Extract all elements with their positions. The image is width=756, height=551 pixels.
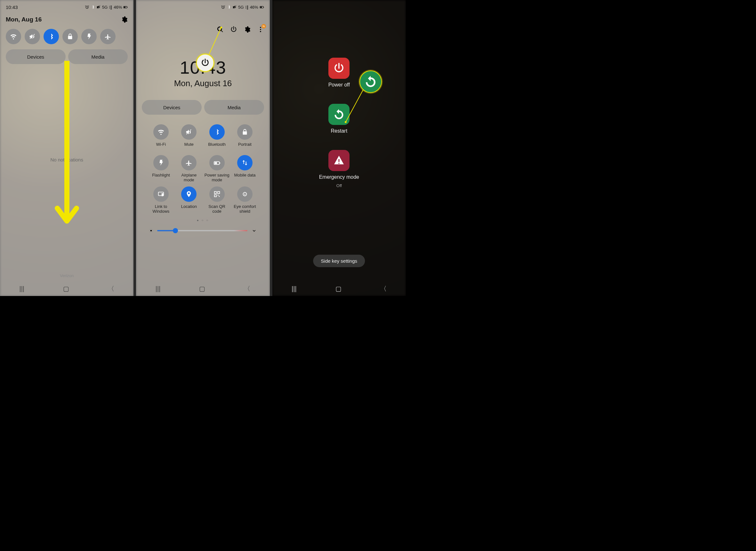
qs-tile-bluetooth[interactable]: Bluetooth (204, 124, 229, 151)
home-button[interactable]: ▢ (199, 285, 205, 293)
emergency-mode-button[interactable]: Emergency mode Off (319, 150, 359, 188)
airplane-toggle[interactable] (100, 29, 116, 44)
nav-bar: ||| ▢ 〈 (136, 281, 269, 296)
back-button[interactable]: 〈 (380, 285, 387, 293)
mute-status-icon (232, 5, 237, 9)
power-off-button[interactable]: Power off (328, 58, 350, 88)
flashlight-icon (85, 33, 92, 40)
quick-settings-grid: Wi-Fi Mute Bluetooth Portrait Flashlight… (142, 124, 264, 214)
qs-tile-qr[interactable]: Scan QR code (204, 186, 229, 214)
power-button-highlight (196, 54, 214, 72)
linkwin-icon (157, 190, 165, 198)
brightness-icon (149, 228, 153, 233)
airplane-icon (185, 159, 192, 166)
restart-icon (333, 109, 345, 120)
flashlight-icon (157, 159, 165, 166)
qr-icon (213, 190, 221, 198)
qs-tile-powersave[interactable]: Power saving mode (204, 155, 229, 182)
settings-button[interactable] (244, 26, 251, 33)
qs-tile-eyecomfort[interactable]: Eye comfort shield (232, 186, 257, 214)
bluetooth-icon (48, 33, 55, 40)
emergency-state: Off (336, 183, 342, 188)
status-bar: 5G ⁞‖ 46% (142, 0, 264, 14)
devices-button[interactable]: Devices (142, 100, 202, 115)
power-button[interactable] (230, 26, 237, 33)
qs-tile-label: Scan QR code (204, 204, 229, 214)
bluetooth-status-icon (91, 5, 95, 9)
qs-tile-label: Portrait (238, 142, 252, 151)
mute-status-icon (96, 5, 101, 9)
qs-tile-label: Power saving mode (204, 173, 229, 182)
restart-button[interactable]: Restart (328, 104, 350, 134)
signal-icon: ⁞‖ (109, 5, 112, 10)
power-icon (333, 62, 345, 74)
qs-tile-label: Flashlight (152, 173, 170, 182)
settings-gear-icon[interactable] (121, 16, 128, 23)
airplane-icon (104, 33, 111, 40)
battery-icon (123, 5, 128, 9)
brightness-row (142, 228, 264, 233)
qs-tile-flashlight[interactable]: Flashlight (148, 155, 173, 182)
bluetooth-icon (213, 128, 221, 135)
expand-brightness-icon[interactable] (251, 228, 257, 233)
powersave-icon (213, 159, 221, 166)
battery-icon (260, 5, 264, 9)
flashlight-toggle[interactable] (81, 29, 97, 44)
overflow-menu-button[interactable]: N (257, 26, 264, 33)
recents-button[interactable]: ||| (292, 285, 297, 293)
signal-icon: ⁞‖ (245, 5, 249, 10)
bluetooth-status-icon (227, 5, 231, 9)
home-button[interactable]: ▢ (335, 285, 342, 293)
alarm-icon (221, 5, 225, 9)
wifi-toggle[interactable] (6, 29, 21, 44)
qs-tile-airplane[interactable]: Airplane mode (176, 155, 202, 182)
back-button[interactable]: 〈 (108, 285, 114, 293)
clock-date: Mon, August 16 (142, 78, 264, 88)
portrait-icon (241, 128, 248, 135)
emergency-label: Emergency mode (319, 174, 359, 180)
nav-bar: ||| ▢ 〈 (272, 281, 406, 296)
media-button[interactable]: Media (204, 100, 264, 115)
mute-icon (185, 128, 192, 135)
gear-icon (244, 26, 251, 33)
restart-icon (364, 75, 377, 88)
power-off-label: Power off (328, 82, 350, 88)
qs-tile-label: Mobile data (234, 173, 255, 182)
search-button[interactable] (217, 26, 224, 33)
brightness-thumb[interactable] (173, 228, 178, 233)
panel-date: Mon, Aug 16 (6, 16, 42, 23)
mute-toggle[interactable] (25, 29, 40, 44)
quick-settings-row (6, 29, 128, 44)
recents-button[interactable]: ||| (156, 285, 161, 293)
qs-tile-mute[interactable]: Mute (176, 124, 202, 151)
qs-tile-portrait[interactable]: Portrait (232, 124, 257, 151)
rotation-lock-toggle[interactable] (62, 29, 78, 44)
bluetooth-toggle[interactable] (44, 29, 59, 44)
battery-pct: 46% (250, 5, 258, 10)
notification-badge: N (261, 24, 266, 28)
power-icon (230, 26, 237, 33)
side-key-settings-button[interactable]: Side key settings (313, 255, 365, 267)
brightness-slider[interactable] (157, 230, 247, 231)
qs-tile-location[interactable]: Location (176, 186, 202, 214)
swipe-down-arrow-annotation (52, 61, 81, 234)
status-bar: 10:43 5G ⁞‖ 46% (6, 0, 128, 14)
back-button[interactable]: 〈 (244, 285, 250, 293)
recents-button[interactable]: ||| (19, 285, 24, 293)
qs-tile-linkwin[interactable]: Link to Windows (148, 186, 173, 214)
home-button[interactable]: ▢ (63, 285, 69, 293)
wifi-icon (10, 33, 17, 40)
location-icon (185, 190, 192, 198)
power-icon (201, 58, 210, 67)
restart-label: Restart (331, 128, 348, 134)
lock-icon (67, 33, 74, 40)
qs-tile-mobiledata[interactable]: Mobile data (232, 155, 257, 182)
qs-tile-label: Wi-Fi (156, 142, 166, 151)
battery-pct: 46% (114, 5, 122, 10)
page-indicator: ● ○ ○ (142, 218, 264, 222)
qs-tile-wifi[interactable]: Wi-Fi (148, 124, 173, 151)
qs-tile-label: Airplane mode (176, 173, 202, 182)
emergency-icon (333, 155, 345, 166)
mobiledata-icon (241, 159, 248, 166)
restart-highlight (359, 70, 382, 93)
